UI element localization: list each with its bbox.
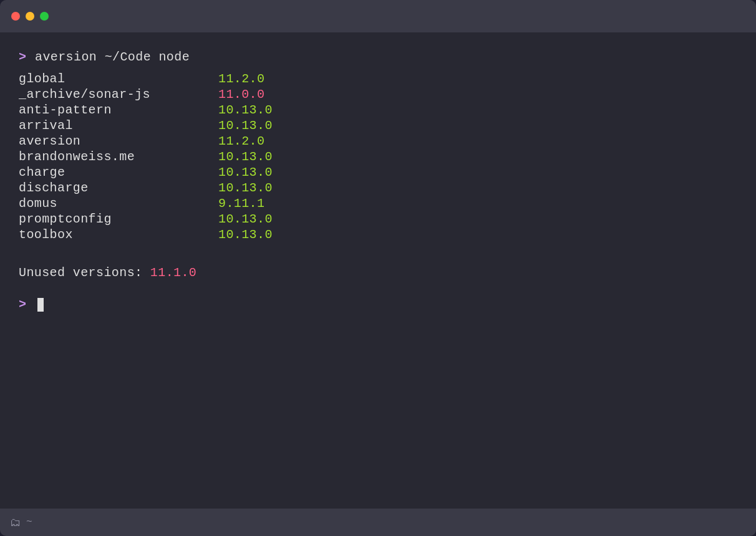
table-row: arrival 10.13.0 <box>19 118 737 133</box>
new-prompt-arrow: > <box>19 297 26 312</box>
prompt-arrow: > <box>19 50 26 64</box>
project-version: 10.13.0 <box>218 118 273 133</box>
unused-label: Unused versions: <box>19 266 150 280</box>
close-button[interactable] <box>11 12 20 21</box>
table-row: charge 10.13.0 <box>19 165 737 179</box>
table-row: _archive/sonar-js 11.0.0 <box>19 87 737 102</box>
project-version: 10.13.0 <box>218 150 273 164</box>
project-version: 10.13.0 <box>218 212 273 226</box>
project-version: 11.2.0 <box>218 72 264 86</box>
folder-icon: 🗂 <box>10 516 21 529</box>
cursor-blink <box>37 298 44 312</box>
output-table: global 11.2.0 _archive/sonar-js 11.0.0 a… <box>19 72 737 243</box>
table-row: domus 9.11.1 <box>19 196 737 211</box>
title-bar <box>0 0 756 32</box>
unused-version: 11.1.0 <box>150 266 196 280</box>
maximize-button[interactable] <box>40 12 49 21</box>
project-name: brandonweiss.me <box>19 150 218 164</box>
traffic-lights <box>11 12 49 21</box>
project-name: _archive/sonar-js <box>19 87 218 102</box>
project-name: promptconfig <box>19 212 218 226</box>
table-row: brandonweiss.me 10.13.0 <box>19 150 737 164</box>
project-version: 11.2.0 <box>218 134 264 148</box>
project-version: 10.13.0 <box>218 165 273 179</box>
project-version: 11.0.0 <box>218 87 264 102</box>
bottom-bar: 🗂 ~ <box>0 509 756 536</box>
unused-versions-line: Unused versions: 11.1.0 <box>19 266 737 280</box>
new-prompt-line[interactable]: > <box>19 297 737 312</box>
project-name: domus <box>19 196 218 211</box>
project-version: 9.11.1 <box>218 196 264 211</box>
table-row: toolbox 10.13.0 <box>19 227 737 242</box>
table-row: discharge 10.13.0 <box>19 181 737 195</box>
project-name: discharge <box>19 181 218 195</box>
table-row: aversion 11.2.0 <box>19 134 737 148</box>
project-version: 10.13.0 <box>218 227 273 242</box>
terminal-window: > aversion ~/Code node global 11.2.0 _ar… <box>0 0 756 536</box>
bottom-path: ~ <box>26 517 32 528</box>
project-version: 10.13.0 <box>218 103 273 117</box>
minimize-button[interactable] <box>26 12 34 21</box>
project-name: global <box>19 72 218 86</box>
table-row: promptconfig 10.13.0 <box>19 212 737 226</box>
table-row: global 11.2.0 <box>19 72 737 86</box>
table-row: anti-pattern 10.13.0 <box>19 103 737 117</box>
project-name: toolbox <box>19 227 218 242</box>
project-version: 10.13.0 <box>218 181 273 195</box>
project-name: anti-pattern <box>19 103 218 117</box>
project-name: aversion <box>19 134 218 148</box>
command-prompt-line: > aversion ~/Code node <box>19 50 737 64</box>
prompt-command: aversion ~/Code node <box>35 50 190 64</box>
terminal-body: > aversion ~/Code node global 11.2.0 _ar… <box>0 32 756 509</box>
project-name: arrival <box>19 118 218 133</box>
project-name: charge <box>19 165 218 179</box>
